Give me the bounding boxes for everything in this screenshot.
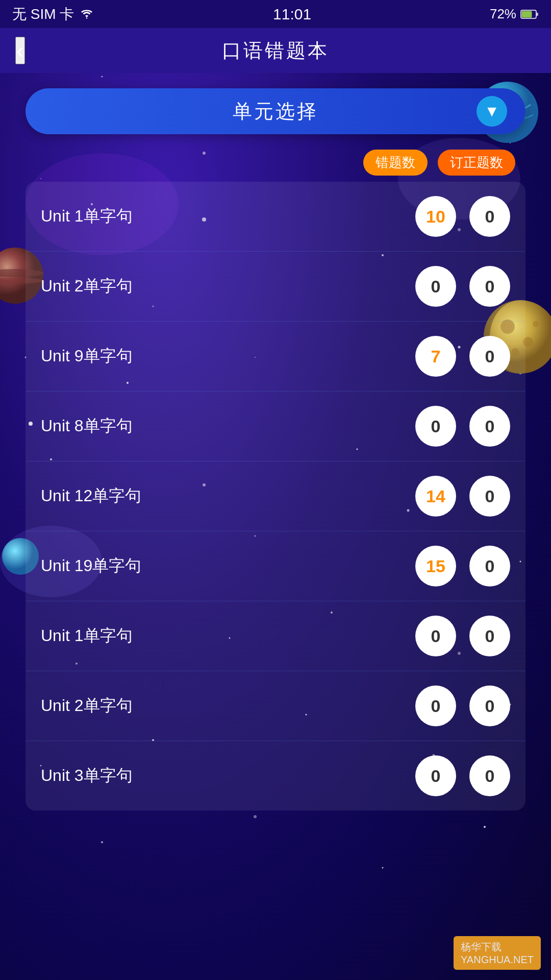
- error-count: 14: [415, 476, 456, 517]
- error-count: 0: [415, 266, 456, 307]
- unit-label: Unit 12单字句: [41, 485, 415, 507]
- row-counts: 15 0: [415, 546, 510, 586]
- corrected-count: 0: [469, 685, 510, 726]
- corrected-count: 0: [469, 196, 510, 237]
- row-counts: 0 0: [415, 266, 510, 307]
- row-counts: 0 0: [415, 685, 510, 726]
- svg-point-39: [101, 841, 103, 843]
- column-headers: 错题数 订正题数: [26, 150, 525, 176]
- table-row[interactable]: Unit 3单字句 0 0: [26, 741, 525, 811]
- unit-label: Unit 9单字句: [41, 345, 415, 368]
- error-count: 10: [415, 196, 456, 237]
- svg-rect-67: [536, 13, 538, 16]
- unit-selector-label: 单元选择: [233, 99, 318, 125]
- corrected-count: 0: [469, 406, 510, 447]
- error-count: 15: [415, 546, 456, 586]
- nav-bar: ‹ 口语错题本: [0, 28, 551, 73]
- status-carrier: 无 SIM 卡: [12, 5, 94, 24]
- corrected-count: 0: [469, 616, 510, 656]
- battery-icon: [520, 9, 539, 19]
- unit-label: Unit 3单字句: [41, 765, 415, 787]
- error-count: 0: [415, 755, 456, 796]
- status-time: 11:01: [273, 6, 311, 23]
- wifi-icon: [79, 8, 94, 20]
- row-counts: 7 0: [415, 336, 510, 377]
- carrier-text: 无 SIM 卡: [12, 5, 74, 24]
- page-title: 口语错题本: [222, 38, 329, 64]
- error-count: 0: [415, 406, 456, 447]
- row-counts: 0 0: [415, 616, 510, 656]
- back-button[interactable]: ‹: [15, 37, 25, 64]
- error-count: 0: [415, 685, 456, 726]
- svg-point-41: [382, 867, 384, 869]
- table-row[interactable]: Unit 2单字句 0 0: [26, 252, 525, 322]
- units-list: Unit 1单字句 10 0 Unit 2单字句 0 0 Unit 9单字句 7…: [26, 182, 525, 811]
- corrected-count: 0: [469, 546, 510, 586]
- corrected-count: 0: [469, 755, 510, 796]
- error-count: 7: [415, 336, 456, 377]
- battery-percent: 72%: [490, 6, 516, 22]
- unit-selector-arrow: ▼: [477, 96, 507, 127]
- row-counts: 10 0: [415, 196, 510, 237]
- corrected-count: 0: [469, 476, 510, 517]
- unit-label: Unit 1单字句: [41, 625, 415, 647]
- unit-label: Unit 2单字句: [41, 695, 415, 717]
- table-row[interactable]: Unit 19单字句 15 0: [26, 531, 525, 601]
- unit-selector[interactable]: 单元选择 ▼: [26, 88, 525, 134]
- table-row[interactable]: Unit 1单字句 10 0: [26, 182, 525, 252]
- footer-watermark: 杨华下载YANGHUA.NET: [454, 936, 541, 970]
- unit-label: Unit 8单字句: [41, 415, 415, 437]
- corrected-count: 0: [469, 266, 510, 307]
- status-bar: 无 SIM 卡 11:01 72%: [0, 0, 551, 28]
- unit-label: Unit 2单字句: [41, 275, 415, 298]
- row-counts: 0 0: [415, 406, 510, 447]
- table-row[interactable]: Unit 12单字句 14 0: [26, 461, 525, 531]
- main-content: 单元选择 ▼ 错题数 订正题数 Unit 1单字句 10 0 Unit 2单字句…: [0, 73, 551, 836]
- status-battery-area: 72%: [490, 6, 539, 22]
- table-row[interactable]: Unit 9单字句 7 0: [26, 322, 525, 391]
- chevron-down-icon: ▼: [484, 103, 499, 120]
- unit-label: Unit 19单字句: [41, 555, 415, 577]
- error-count-header: 错题数: [363, 150, 428, 176]
- row-counts: 14 0: [415, 476, 510, 517]
- table-row[interactable]: Unit 2单字句 0 0: [26, 671, 525, 741]
- svg-rect-66: [522, 11, 532, 17]
- error-count: 0: [415, 616, 456, 656]
- row-counts: 0 0: [415, 755, 510, 796]
- table-row[interactable]: Unit 1单字句 0 0: [26, 601, 525, 671]
- correct-count-header: 订正题数: [438, 150, 515, 176]
- unit-label: Unit 1单字句: [41, 205, 415, 228]
- corrected-count: 0: [469, 336, 510, 377]
- table-row[interactable]: Unit 8单字句 0 0: [26, 391, 525, 461]
